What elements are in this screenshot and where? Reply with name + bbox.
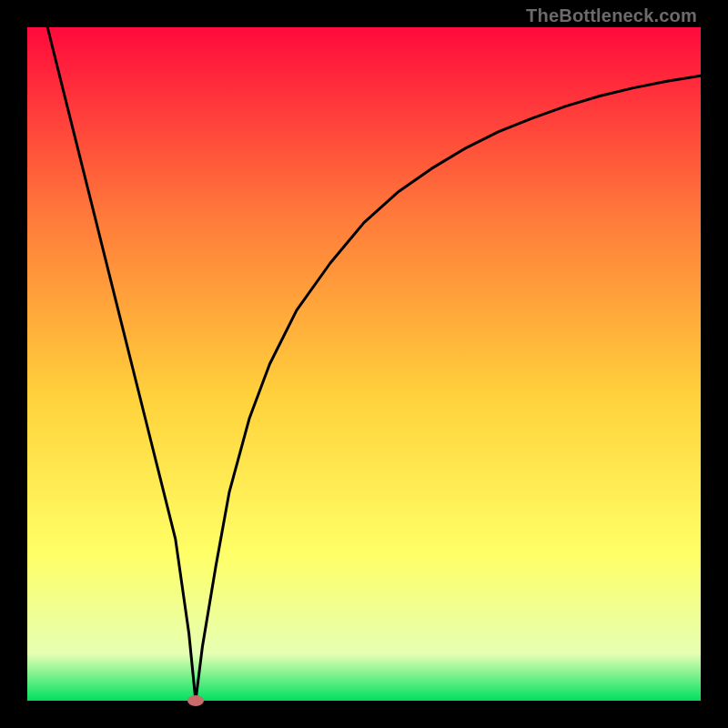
marker-dot <box>187 695 204 706</box>
watermark-text: TheBottleneck.com <box>526 5 697 26</box>
bottleneck-curve <box>27 27 701 701</box>
chart-frame <box>27 27 701 701</box>
